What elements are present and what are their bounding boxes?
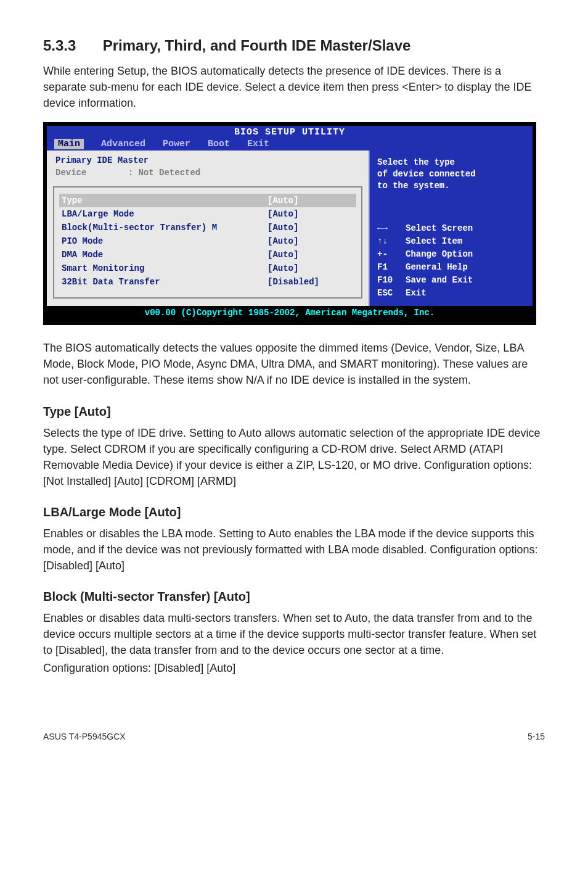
section-number: 5.3.3 <box>43 37 99 54</box>
bios-titlebar: BIOS SETUP UTILITY Main Advanced Power B… <box>43 122 536 151</box>
bios-key-action: General Help <box>406 261 468 274</box>
bios-tab-row: Main Advanced Power Boot Exit <box>47 139 269 151</box>
sub-text-block-1: Enables or disables data multi-sectors t… <box>43 610 545 658</box>
bios-key: ↑↓ <box>377 235 406 248</box>
bios-help-text: Select the type of device connected to t… <box>377 157 525 192</box>
bios-row-dma[interactable]: DMA Mode [Auto] <box>59 248 356 262</box>
bios-row-value: [Auto] <box>267 223 354 233</box>
bios-row-value: [Auto] <box>267 209 354 219</box>
bios-screen: BIOS SETUP UTILITY Main Advanced Power B… <box>43 122 536 325</box>
section-title: Primary, Third, and Fourth IDE Master/Sl… <box>103 37 411 54</box>
bios-key-action: Select Item <box>406 235 462 248</box>
bios-row-value: [Auto] <box>267 263 354 273</box>
bios-key: F1 <box>377 261 406 274</box>
bios-left-pane: Primary IDE Master Device : Not Detected… <box>47 151 369 306</box>
tab-exit[interactable]: Exit <box>247 139 269 149</box>
bios-device-label: Device <box>55 168 86 178</box>
tab-power[interactable]: Power <box>163 139 190 149</box>
bios-help-line: Select the type <box>377 157 525 168</box>
bios-key-row: F10Save and Exit <box>377 274 525 287</box>
bios-left-header-area: Primary IDE Master Device : Not Detected <box>47 151 369 183</box>
bios-key-action: Select Screen <box>406 222 473 235</box>
bios-key: ←→ <box>377 222 406 235</box>
bios-row-label: PIO Mode <box>62 236 103 246</box>
after-bios-paragraph: The BIOS automatically detects the value… <box>43 340 545 388</box>
sub-text-lba: Enables or disables the LBA mode. Settin… <box>43 526 545 574</box>
bios-key-row: ←→Select Screen <box>377 222 525 235</box>
bios-row-lba[interactable]: LBA/Large Mode [Auto] <box>59 207 356 221</box>
footer-right: 5-15 <box>528 732 545 741</box>
bios-row-pio[interactable]: PIO Mode [Auto] <box>59 234 356 248</box>
tab-advanced[interactable]: Advanced <box>101 139 145 149</box>
bios-row-type[interactable]: Type [Auto] <box>59 194 356 207</box>
bios-row-label: DMA Mode <box>62 250 103 260</box>
bios-key: F10 <box>377 274 406 287</box>
bios-help-line: to the system. <box>377 180 525 192</box>
bios-row-label: 32Bit Data Transfer <box>62 277 160 287</box>
sub-text-block-2: Configuration options: [Disabled] [Auto] <box>43 660 545 676</box>
tab-boot[interactable]: Boot <box>208 139 230 149</box>
bios-left-heading: Primary IDE Master <box>55 155 360 165</box>
footer-left: ASUS T4-P5945GCX <box>43 732 126 741</box>
bios-key-action: Save and Exit <box>406 274 473 287</box>
bios-key-help: ←→Select Screen ↑↓Select Item +-Change O… <box>377 222 525 300</box>
bios-key-row: ↑↓Select Item <box>377 235 525 248</box>
bios-row-smart[interactable]: Smart Monitoring [Auto] <box>59 262 356 275</box>
bios-key-row: ESCExit <box>377 287 525 300</box>
intro-paragraph: While entering Setup, the BIOS automatic… <box>43 63 545 111</box>
bios-title: BIOS SETUP UTILITY <box>47 127 533 138</box>
bios-key-action: Change Option <box>406 248 473 261</box>
bios-row-label: LBA/Large Mode <box>62 209 134 219</box>
bios-row-value: [Auto] <box>267 196 354 205</box>
bios-row-label: Smart Monitoring <box>62 263 144 273</box>
bios-key: +- <box>377 248 406 261</box>
section-heading: 5.3.3 Primary, Third, and Fourth IDE Mas… <box>43 37 545 54</box>
bios-row-value: [Auto] <box>267 236 354 246</box>
bios-options-box: Type [Auto] LBA/Large Mode [Auto] Block(… <box>53 186 362 299</box>
bios-key-row: F1General Help <box>377 261 525 274</box>
bios-right-pane: Select the type of device connected to t… <box>369 151 533 306</box>
bios-row-label: Type <box>62 196 83 205</box>
bios-row-block[interactable]: Block(Multi-sector Transfer) M [Auto] <box>59 221 356 234</box>
bios-body: Primary IDE Master Device : Not Detected… <box>43 151 536 306</box>
tab-main[interactable]: Main <box>54 139 84 149</box>
bios-key-row: +-Change Option <box>377 248 525 261</box>
bios-row-value: [Auto] <box>267 250 354 260</box>
sub-heading-type: Type [Auto] <box>43 405 545 419</box>
page-footer: ASUS T4-P5945GCX 5-15 <box>43 732 545 741</box>
bios-help-line: of device connected <box>377 168 525 180</box>
bios-footer: v00.00 (C)Copyright 1985-2002, American … <box>43 306 536 325</box>
bios-device-row: Device : Not Detected <box>55 168 360 178</box>
page: 5.3.3 Primary, Third, and Fourth IDE Mas… <box>0 0 588 766</box>
bios-row-value: [Disabled] <box>267 277 354 287</box>
bios-row-32bit[interactable]: 32Bit Data Transfer [Disabled] <box>59 275 356 289</box>
sub-heading-lba: LBA/Large Mode [Auto] <box>43 505 545 519</box>
sub-heading-block: Block (Multi-sector Transfer) [Auto] <box>43 590 545 604</box>
sub-text-type: Selects the type of IDE drive. Setting t… <box>43 425 545 489</box>
bios-key-action: Exit <box>406 287 427 300</box>
bios-row-label: Block(Multi-sector Transfer) M <box>62 223 217 233</box>
bios-device-value: : Not Detected <box>128 168 201 178</box>
bios-key: ESC <box>377 287 406 300</box>
